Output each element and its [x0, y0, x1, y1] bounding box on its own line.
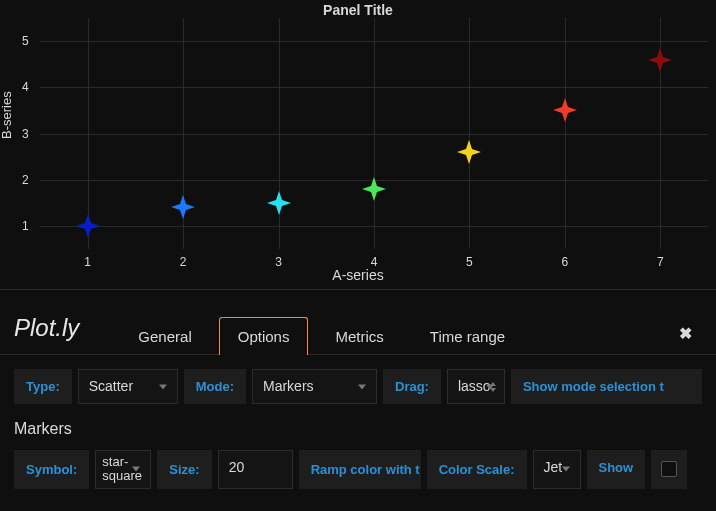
checkbox[interactable]	[661, 461, 677, 477]
data-point[interactable]	[362, 177, 386, 201]
drag-label: Drag:	[383, 369, 441, 404]
x-tick: 3	[275, 255, 282, 269]
chart-title: Panel Title	[323, 2, 393, 18]
tab-metrics[interactable]: Metrics	[316, 317, 402, 355]
plot-area[interactable]: 123451234567	[40, 18, 708, 249]
type-select[interactable]: Scatter	[78, 369, 178, 404]
tab-options[interactable]: Options	[219, 317, 309, 355]
colorscale-label: Color Scale:	[427, 450, 527, 489]
grid-line	[374, 18, 375, 249]
size-input[interactable]: 20	[218, 450, 293, 489]
tab-general[interactable]: General	[119, 317, 210, 355]
symbol-label: Symbol:	[14, 450, 89, 489]
data-point[interactable]	[457, 140, 481, 164]
grid-line	[565, 18, 566, 249]
chart-panel: Panel Title B-series A-series 1234512345…	[0, 0, 716, 290]
tab-bar: GeneralOptionsMetricsTime range	[119, 316, 524, 354]
colorscale-value: Jet	[544, 459, 563, 475]
editor-header: Plot.ly GeneralOptionsMetricsTime range …	[0, 290, 716, 355]
y-tick: 4	[22, 80, 29, 94]
mode-value: Markers	[263, 378, 314, 394]
y-tick: 1	[22, 219, 29, 233]
y-axis-label: B-series	[0, 91, 14, 139]
x-tick: 5	[466, 255, 473, 269]
show-link[interactable]: Show	[587, 450, 646, 489]
ramp-color-label: Ramp color with t	[299, 450, 421, 489]
x-tick: 4	[371, 255, 378, 269]
symbol-value: star-square	[102, 454, 142, 483]
x-axis-label: A-series	[332, 267, 383, 283]
x-tick: 6	[562, 255, 569, 269]
data-point[interactable]	[553, 98, 577, 122]
mode-label: Mode:	[184, 369, 246, 404]
brand-label: Plot.ly	[14, 314, 79, 354]
x-tick: 1	[84, 255, 91, 269]
colorscale-select[interactable]: Jet	[533, 450, 581, 489]
checkbox-container	[651, 450, 687, 489]
markers-heading: Markers	[14, 414, 702, 440]
data-point[interactable]	[76, 214, 100, 238]
tab-time-range[interactable]: Time range	[411, 317, 524, 355]
y-tick: 5	[22, 34, 29, 48]
show-mode-selection-link[interactable]: Show mode selection t	[511, 369, 702, 404]
type-value: Scatter	[89, 378, 133, 394]
close-icon[interactable]: ✖	[679, 324, 692, 343]
data-point[interactable]	[267, 191, 291, 215]
panel-editor: Plot.ly GeneralOptionsMetricsTime range …	[0, 290, 716, 503]
symbol-select[interactable]: star-square	[95, 450, 151, 489]
y-tick: 3	[22, 127, 29, 141]
type-label: Type:	[14, 369, 72, 404]
mode-select[interactable]: Markers	[252, 369, 377, 404]
size-label: Size:	[157, 450, 211, 489]
y-tick: 2	[22, 173, 29, 187]
controls-area: Type: Scatter Mode: Markers Drag: lasso …	[0, 355, 716, 503]
grid-line	[469, 18, 470, 249]
data-point[interactable]	[171, 195, 195, 219]
size-value: 20	[229, 459, 245, 475]
x-tick: 2	[180, 255, 187, 269]
drag-select[interactable]: lasso	[447, 369, 505, 404]
x-tick: 7	[657, 255, 664, 269]
data-point[interactable]	[648, 48, 672, 72]
drag-value: lasso	[458, 378, 491, 394]
